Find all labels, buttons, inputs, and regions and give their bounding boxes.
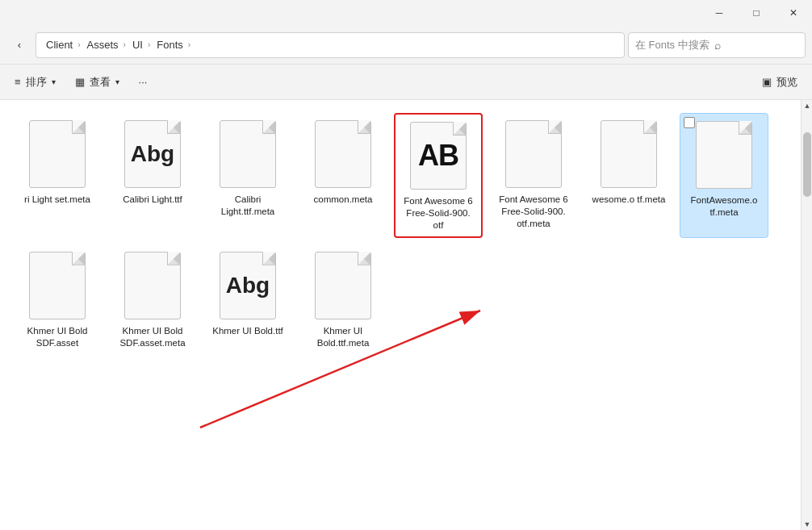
breadcrumb-ui[interactable]: UI › <box>129 37 153 52</box>
file-item-f11[interactable]: AbgKhmer UI Bold.ttf <box>203 244 292 354</box>
view-label: 查看 <box>90 75 111 90</box>
breadcrumb-client-label: Client <box>46 39 73 51</box>
file-icon-f2: Abg <box>120 118 185 190</box>
file-label-f8: FontAwesome.o tf.meta <box>685 194 763 219</box>
toolbar: ≡ 排序 ▾ ▦ 查看 ▾ ··· ▣ 预览 <box>0 65 812 100</box>
file-icon-f1 <box>25 118 90 190</box>
breadcrumb-sep-1: › <box>123 40 126 49</box>
breadcrumb-sep-0: › <box>77 40 80 49</box>
file-grid: ri Light set.metaAbgCalibri Light.ttfCal… <box>0 100 801 530</box>
file-label-f2: Calibri Light.ttf <box>123 194 182 206</box>
scrollbar-down-arrow[interactable]: ▼ <box>802 519 812 530</box>
breadcrumb-ui-label: UI <box>132 39 143 51</box>
breadcrumb-assets-label: Assets <box>87 39 119 51</box>
file-label-f9: Khmer UI Bold SDF.asset <box>18 325 97 349</box>
file-item-f10[interactable]: Khmer UI Bold SDF.asset.meta <box>108 244 197 354</box>
breadcrumb-fonts[interactable]: Fonts › <box>153 37 194 52</box>
file-icon-f7 <box>596 118 661 190</box>
paper-icon <box>29 252 86 319</box>
preview-icon: ▣ <box>762 76 772 88</box>
paper-icon <box>315 252 371 319</box>
file-item-f4[interactable]: common.meta <box>299 113 387 238</box>
close-button[interactable]: ✕ <box>775 0 812 26</box>
sort-label: 排序 <box>26 75 47 90</box>
file-label-f4: common.meta <box>314 194 373 206</box>
file-area: ri Light set.metaAbgCalibri Light.ttfCal… <box>0 100 812 530</box>
scrollbar-up-arrow[interactable]: ▲ <box>802 100 812 111</box>
title-bar: ─ □ ✕ <box>0 0 812 26</box>
file-label-f10: Khmer UI Bold SDF.asset.meta <box>113 325 192 349</box>
file-label-f6: Font Awesome 6 Free-Solid-900. otf.meta <box>494 194 573 230</box>
file-label-f1: ri Light set.meta <box>24 194 90 206</box>
font-preview-ab: AB <box>418 139 458 173</box>
font-preview-text: Abg <box>131 141 174 167</box>
paper-icon: Abg <box>220 252 276 319</box>
more-label: ··· <box>139 76 148 88</box>
file-item-f1[interactable]: ri Light set.meta <box>13 113 102 238</box>
font-preview-abg-bold: Abg <box>226 273 270 298</box>
sort-chevron-icon: ▾ <box>52 77 56 86</box>
file-label-f5: Font Awesome 6 Free-Solid-900. otf <box>400 195 476 232</box>
search-box[interactable]: 在 Fonts 中搜索 ⌕ <box>628 32 806 58</box>
file-icon-f4 <box>311 118 375 190</box>
more-button[interactable]: ··· <box>131 69 156 95</box>
paper-icon <box>220 120 276 188</box>
search-icon[interactable]: ⌕ <box>714 39 721 52</box>
file-item-f7[interactable]: wesome.o tf.meta <box>584 113 673 238</box>
breadcrumb[interactable]: Client › Assets › UI › Fonts › <box>36 32 625 58</box>
file-item-f2[interactable]: AbgCalibri Light.ttf <box>108 113 197 238</box>
sort-icon: ≡ <box>15 76 21 88</box>
file-icon-f12 <box>311 249 375 322</box>
scrollbar[interactable]: ▲ ▼ <box>801 100 812 530</box>
file-icon-f9 <box>25 249 90 322</box>
minimize-button[interactable]: ─ <box>701 0 738 26</box>
view-chevron-icon: ▾ <box>115 77 119 86</box>
file-item-f6[interactable]: Font Awesome 6 Free-Solid-900. otf.meta <box>489 113 578 238</box>
file-icon-f10 <box>120 249 185 322</box>
file-item-f12[interactable]: Khmer UI Bold.ttf.meta <box>299 244 387 354</box>
scrollbar-thumb[interactable] <box>803 132 811 197</box>
file-item-f3[interactable]: Calibri Light.ttf.meta <box>203 113 292 238</box>
address-bar: ‹ Client › Assets › UI › Fonts › 在 Fonts… <box>0 26 812 65</box>
view-icon: ▦ <box>75 76 85 88</box>
back-button[interactable]: ‹ <box>6 32 32 58</box>
file-icon-f3 <box>216 118 280 190</box>
paper-icon: AB <box>410 122 467 190</box>
paper-icon <box>315 120 371 188</box>
sort-button[interactable]: ≡ 排序 ▾ <box>6 69 64 95</box>
paper-icon <box>29 120 86 188</box>
paper-icon <box>505 120 562 188</box>
paper-icon <box>601 120 657 188</box>
file-icon-f6 <box>501 118 566 190</box>
search-placeholder-text: 在 Fonts 中搜索 <box>635 38 709 52</box>
breadcrumb-client[interactable]: Client › <box>43 37 84 52</box>
view-button[interactable]: ▦ 查看 ▾ <box>67 69 128 95</box>
file-label-f11: Khmer UI Bold.ttf <box>212 325 283 337</box>
file-label-f3: Calibri Light.ttf.meta <box>208 194 287 218</box>
paper-icon: Abg <box>124 120 181 188</box>
paper-icon <box>696 121 752 189</box>
file-icon-f11: Abg <box>216 249 280 322</box>
paper-icon <box>124 252 181 319</box>
breadcrumb-fonts-label: Fonts <box>157 39 183 51</box>
file-item-f5[interactable]: ABFont Awesome 6 Free-Solid-900. otf <box>394 113 483 238</box>
breadcrumb-sep-2: › <box>148 40 150 49</box>
breadcrumb-sep-3: › <box>188 40 190 49</box>
file-icon-f8 <box>692 119 756 191</box>
file-label-f12: Khmer UI Bold.ttf.meta <box>303 325 383 349</box>
file-label-f7: wesome.o tf.meta <box>592 194 666 206</box>
file-item-f9[interactable]: Khmer UI Bold SDF.asset <box>13 244 102 354</box>
preview-button[interactable]: ▣ 预览 <box>754 69 806 95</box>
file-icon-f5: AB <box>406 119 471 192</box>
preview-label: 预览 <box>776 75 797 90</box>
breadcrumb-assets[interactable]: Assets › <box>84 37 129 52</box>
file-item-f8[interactable]: FontAwesome.o tf.meta <box>680 113 768 238</box>
maximize-button[interactable]: □ <box>738 0 775 26</box>
